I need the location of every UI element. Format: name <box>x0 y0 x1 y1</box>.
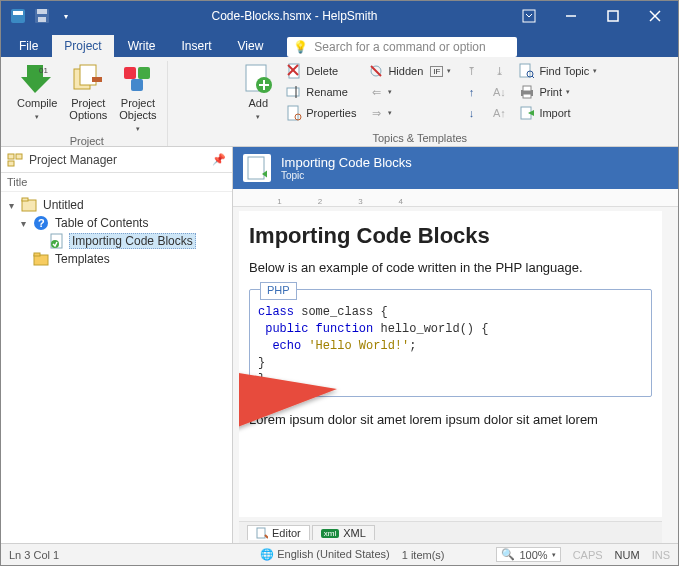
sort-desc-button: A↑ <box>487 103 511 123</box>
search-input[interactable]: 💡 Search for a command or option <box>287 37 517 57</box>
sort-asc-button: A↓ <box>487 82 511 102</box>
svg-rect-15 <box>124 67 136 79</box>
tree-root[interactable]: ▾ Untitled <box>3 196 230 214</box>
status-ins: INS <box>652 549 670 561</box>
doc-heading: Importing Code Blocks <box>249 223 652 249</box>
delete-button[interactable]: Delete <box>282 61 360 81</box>
print-button[interactable]: Print ▾ <box>515 82 601 102</box>
group-topics-label: Topics & Templates <box>373 132 468 146</box>
doc-lorem: Lorem ipsum dolor sit amet lorem ipsum d… <box>249 411 652 429</box>
tab-insert[interactable]: Insert <box>169 35 223 57</box>
svg-rect-54 <box>257 528 265 538</box>
tree-toc[interactable]: ▾ ? Table of Contents <box>3 214 230 232</box>
code-lang-label: PHP <box>260 282 297 299</box>
svg-rect-27 <box>288 106 298 120</box>
svg-rect-40 <box>8 161 14 166</box>
project-manager-header: Project Manager 📌 <box>1 147 232 173</box>
tree-topic-importing[interactable]: Importing Code Blocks <box>3 232 230 250</box>
folder-icon <box>33 251 49 267</box>
status-num: NUM <box>615 549 640 561</box>
app-icon[interactable] <box>7 5 29 27</box>
help-icon: ? <box>33 215 49 231</box>
code-block: PHP class some_class { public function h… <box>249 289 652 397</box>
zoom-control[interactable]: 🔍 100% ▾ <box>496 547 560 562</box>
topic-page-icon <box>243 154 271 182</box>
properties-button[interactable]: Properties <box>282 103 360 123</box>
topic-header: Importing Code Blocks Topic <box>233 147 678 189</box>
search-placeholder: Search for a command or option <box>314 40 485 54</box>
status-language[interactable]: 🌐 English (United States) <box>260 548 390 561</box>
svg-rect-3 <box>37 9 47 14</box>
rename-button[interactable]: Rename <box>282 82 360 102</box>
status-caps: CAPS <box>573 549 603 561</box>
project-manager-icon <box>7 152 23 168</box>
project-tree[interactable]: ▾ Untitled ▾ ? Table of Contents Importi… <box>1 192 232 543</box>
svg-rect-35 <box>523 86 531 91</box>
svg-rect-14 <box>92 77 102 82</box>
find-topic-button[interactable]: Find Topic ▾ <box>515 61 601 81</box>
svg-rect-41 <box>16 154 22 159</box>
svg-rect-17 <box>131 79 143 91</box>
svg-rect-5 <box>523 10 535 22</box>
import-button[interactable]: Import <box>515 103 601 123</box>
svg-rect-1 <box>13 11 23 15</box>
svg-rect-31 <box>520 64 530 77</box>
project-icon <box>21 197 37 213</box>
editor-area[interactable]: Importing Code Blocks Below is an exampl… <box>239 211 662 517</box>
ruler[interactable]: 1234 <box>233 189 678 207</box>
svg-rect-50 <box>248 157 264 179</box>
tree-column-title[interactable]: Title <box>1 173 232 192</box>
move-up-button[interactable]: ↑ <box>459 82 483 102</box>
move-last-button: ⤓ <box>487 61 511 81</box>
tab-write[interactable]: Write <box>116 35 168 57</box>
tab-editor[interactable]: Editor <box>247 525 310 540</box>
tab-xml[interactable]: xml XML <box>312 525 375 540</box>
window-title: Code-Blocks.hsmx - HelpSmith <box>77 9 512 23</box>
editor-tab-icon <box>256 527 268 539</box>
tree-templates[interactable]: Templates <box>3 250 230 268</box>
xml-badge-icon: xml <box>321 529 339 538</box>
move-first-button: ⤒ <box>459 61 483 81</box>
minimize-button[interactable] <box>554 1 588 31</box>
close-button[interactable] <box>638 1 672 31</box>
svg-rect-39 <box>8 154 14 159</box>
compile-button[interactable]: 01 Compile▾ <box>13 61 61 135</box>
svg-rect-7 <box>608 11 618 21</box>
svg-rect-43 <box>22 198 28 201</box>
tab-file[interactable]: File <box>7 35 50 57</box>
hidden-button[interactable]: Hidden IF ▾ <box>364 61 455 81</box>
status-items: 1 item(s) <box>402 549 445 561</box>
qat-dropdown-icon[interactable]: ▾ <box>55 5 77 27</box>
svg-rect-16 <box>138 67 150 79</box>
move-right-button: ⇒▾ <box>364 103 455 123</box>
status-cursor-pos: Ln 3 Col 1 <box>9 549 59 561</box>
svg-rect-36 <box>523 94 531 98</box>
move-left-button: ⇐▾ <box>364 82 455 102</box>
move-down-button[interactable]: ↓ <box>459 103 483 123</box>
add-button[interactable]: Add▾ <box>238 61 278 123</box>
ribbon-display-icon[interactable] <box>512 1 546 31</box>
tab-project[interactable]: Project <box>52 35 113 57</box>
svg-rect-49 <box>34 253 40 256</box>
project-options-button[interactable]: Project Options <box>65 61 111 135</box>
doc-intro: Below is an example of code written in t… <box>249 259 652 277</box>
topic-icon <box>49 233 65 249</box>
svg-text:?: ? <box>38 217 45 229</box>
maximize-button[interactable] <box>596 1 630 31</box>
topic-title: Importing Code Blocks <box>281 155 412 170</box>
svg-rect-42 <box>22 200 36 211</box>
lightbulb-icon: 💡 <box>293 40 308 54</box>
save-icon[interactable] <box>31 5 53 27</box>
svg-line-33 <box>532 76 534 78</box>
tab-view[interactable]: View <box>226 35 276 57</box>
svg-rect-25 <box>287 88 299 96</box>
pin-icon[interactable]: 📌 <box>212 153 226 166</box>
project-objects-button[interactable]: Project Objects▾ <box>115 61 160 135</box>
svg-text:01: 01 <box>39 66 48 75</box>
svg-rect-4 <box>38 17 46 22</box>
topic-subtitle: Topic <box>281 170 412 181</box>
